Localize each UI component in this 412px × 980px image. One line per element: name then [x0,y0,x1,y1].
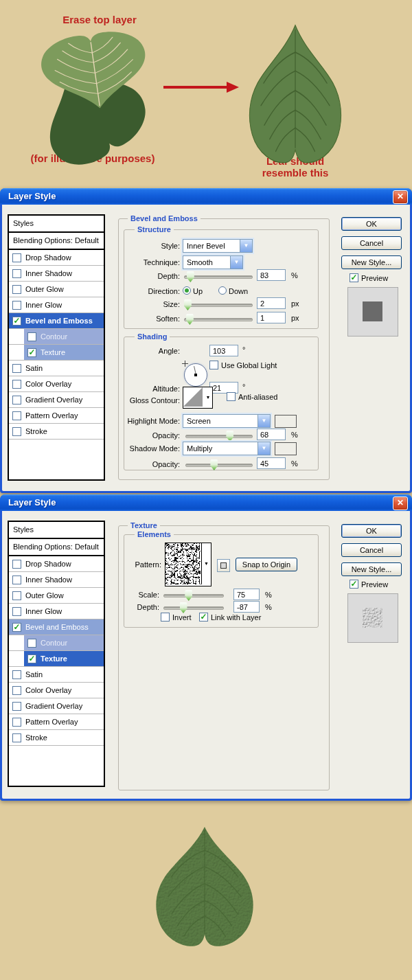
highlight-mode-select[interactable]: Screen ▼ [183,414,271,428]
sidebar-item-stroke[interactable]: Stroke [9,424,104,440]
checkbox-icon[interactable] [12,576,21,584]
checkbox-icon[interactable] [12,411,21,420]
preview-checkbox[interactable]: ✓ [350,273,358,282]
shadow-color-swatch[interactable] [275,442,297,455]
sidebar-item-contour[interactable]: Contour [9,635,104,651]
title-bar[interactable]: Layer Style [0,188,412,205]
checkbox-icon[interactable] [12,702,21,711]
sidebar-item-contour[interactable]: Contour [9,329,104,345]
title-bar[interactable]: Layer Style [0,494,412,511]
texture-depth-slider[interactable] [163,606,224,610]
checkbox-icon[interactable] [12,560,21,569]
chevron-down-icon[interactable]: ▼ [258,415,270,427]
angle-input[interactable] [209,345,238,356]
checkbox-icon[interactable] [12,733,21,742]
invert-checkbox[interactable] [161,613,170,622]
sidebar-item-inner-glow[interactable]: Inner Glow [9,297,104,313]
close-button[interactable]: ✕ [393,190,408,204]
checkbox-icon[interactable] [12,285,21,294]
ok-button[interactable]: OK [341,217,402,231]
checkbox-icon[interactable] [12,253,21,262]
checkbox-icon[interactable] [12,686,21,695]
cancel-button[interactable]: Cancel [341,236,402,250]
sidebar-item-satin[interactable]: Satin [9,667,104,683]
checkbox-icon[interactable]: ✓ [12,623,21,632]
ok-button[interactable]: OK [341,524,402,538]
shadow-opacity-slider[interactable] [185,464,253,467]
anti-aliased-checkbox[interactable] [227,392,236,401]
checkbox-icon[interactable] [27,332,36,341]
checkbox-icon[interactable] [12,591,21,600]
sidebar-item-drop-shadow[interactable]: Drop Shadow [9,556,104,572]
checkbox-icon[interactable] [12,380,21,389]
gloss-contour-dropdown[interactable]: ▼ [204,387,213,409]
cancel-button[interactable]: Cancel [341,543,402,557]
chevron-down-icon[interactable]: ▼ [258,442,270,455]
scale-slider[interactable] [163,594,224,597]
shadow-mode-select[interactable]: Multiply ▼ [183,442,271,455]
sidebar-item-drop-shadow[interactable]: Drop Shadow [9,250,104,266]
checkbox-icon[interactable]: ✓ [27,654,36,663]
sidebar-item-color-overlay[interactable]: Color Overlay [9,376,104,392]
soften-input[interactable] [257,312,286,323]
scale-input[interactable] [233,589,260,600]
sidebar-item-color-overlay[interactable]: Color Overlay [9,683,104,698]
depth-slider[interactable] [184,275,253,279]
checkbox-icon[interactable] [12,607,21,616]
sidebar-item-pattern-overlay[interactable]: Pattern Overlay [9,714,104,730]
sidebar-item-outer-glow[interactable]: Outer Glow [9,588,104,604]
link-with-layer-checkbox[interactable]: ✓ [199,613,208,622]
new-pattern-button[interactable] [217,559,230,572]
texture-depth-input[interactable] [233,601,260,613]
gloss-contour-thumbnail[interactable] [183,387,205,409]
checkbox-icon[interactable] [12,396,21,404]
technique-select[interactable]: Smooth ▼ [183,255,243,269]
pattern-thumbnail[interactable]: ▼ [165,543,211,586]
checkbox-icon[interactable] [12,670,21,679]
sidebar-item-gradient-overlay[interactable]: Gradient Overlay [9,698,104,714]
direction-down-radio[interactable] [218,286,227,295]
sidebar-item-texture[interactable]: ✓Texture [9,651,104,667]
soften-slider[interactable] [184,318,253,321]
shadow-opacity-input[interactable] [257,457,286,469]
highlight-opacity-slider[interactable] [185,435,253,438]
sidebar-item-blending-options[interactable]: Blending Options: Default [9,539,104,556]
preview-checkbox[interactable]: ✓ [350,580,358,589]
checkbox-icon[interactable]: ✓ [12,317,21,326]
chevron-down-icon[interactable]: ▼ [230,256,242,269]
angle-dial[interactable] [184,363,207,387]
sidebar-item-inner-glow[interactable]: Inner Glow [9,604,104,619]
pattern-dropdown[interactable]: ▼ [201,543,211,584]
direction-up-radio[interactable] [183,286,191,295]
checkbox-icon[interactable]: ✓ [27,348,36,357]
sidebar-item-inner-shadow[interactable]: Inner Shadow [9,572,104,588]
snap-to-origin-button[interactable]: Snap to Origin [236,558,297,571]
sidebar-item-gradient-overlay[interactable]: Gradient Overlay [9,392,104,408]
new-style-button[interactable]: New Style... [341,562,402,576]
sidebar-item-pattern-overlay[interactable]: Pattern Overlay [9,408,104,424]
close-button[interactable]: ✕ [393,497,408,510]
sidebar-item-outer-glow[interactable]: Outer Glow [9,282,104,297]
checkbox-icon[interactable] [12,718,21,727]
sidebar-item-bevel-and-emboss[interactable]: ✓Bevel and Emboss [9,313,104,329]
checkbox-icon[interactable] [12,269,21,278]
size-input[interactable] [257,297,286,309]
checkbox-icon[interactable] [27,639,36,648]
sidebar-item-texture[interactable]: ✓Texture [9,345,104,361]
checkbox-icon[interactable] [12,301,21,310]
depth-input[interactable] [257,269,286,281]
checkbox-icon[interactable] [12,364,21,373]
new-style-button[interactable]: New Style... [341,255,402,269]
highlight-opacity-input[interactable] [257,429,286,440]
use-global-light-checkbox[interactable] [209,361,218,369]
sidebar-item-stroke[interactable]: Stroke [9,730,104,746]
sidebar-item-bevel-and-emboss[interactable]: ✓Bevel and Emboss [9,619,104,635]
sidebar-item-blending-options[interactable]: Blending Options: Default [9,233,104,250]
style-select[interactable]: Inner Bevel ▼ [183,239,253,253]
checkbox-icon[interactable] [12,427,21,436]
sidebar-item-satin[interactable]: Satin [9,361,104,376]
highlight-color-swatch[interactable] [275,415,297,428]
sidebar-item-inner-shadow[interactable]: Inner Shadow [9,266,104,282]
chevron-down-icon[interactable]: ▼ [240,240,252,252]
size-slider[interactable] [184,304,253,307]
